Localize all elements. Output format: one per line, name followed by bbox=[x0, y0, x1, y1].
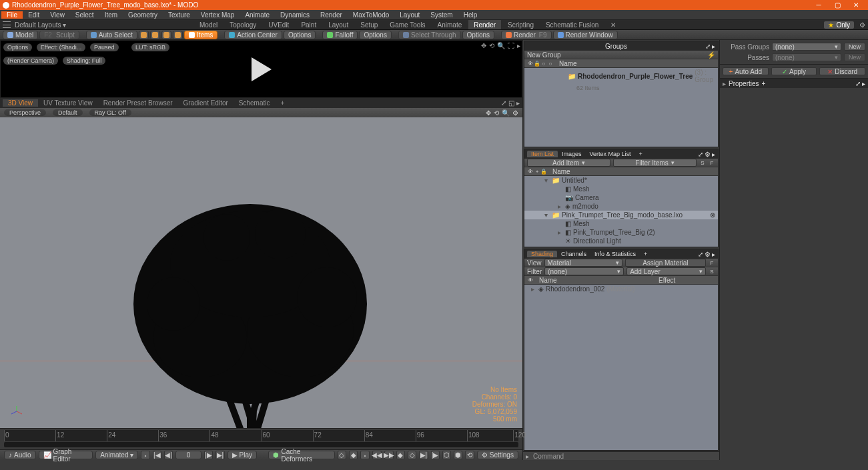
passes-new-button[interactable]: New bbox=[844, 53, 865, 61]
item-pink-trumpet-tree-big--2-[interactable]: ▸◧Pink_Trumpet_Tree_Big (2) bbox=[524, 228, 718, 237]
select-mode-4[interactable] bbox=[173, 31, 183, 39]
passes-dropdown[interactable]: (none) bbox=[772, 53, 841, 61]
close-view-icon[interactable]: ▸ bbox=[516, 99, 520, 107]
key-icon-3[interactable]: ⬩ bbox=[360, 451, 369, 459]
grapheditor-button[interactable]: 📈Graph Editor bbox=[39, 451, 93, 459]
preview-effect[interactable]: Effect: (Shadi... bbox=[37, 43, 85, 51]
panel-expand-icon[interactable]: ⤢ bbox=[705, 43, 711, 50]
eye-icon[interactable]: 👁 bbox=[527, 168, 534, 175]
select-mode-1[interactable] bbox=[139, 31, 149, 39]
item-pink-trumpet-tree-big-modo-base-lxo[interactable]: ▾📁Pink_Trumpet_Tree_Big_modo_base.lxo⊗ bbox=[524, 211, 718, 219]
passgroups-dropdown[interactable]: (none) bbox=[772, 43, 841, 51]
expand-icon[interactable]: ⛶ bbox=[508, 42, 514, 49]
key-icon-12[interactable]: ⟲ bbox=[465, 451, 474, 459]
tab-schematicfusion[interactable]: Schematic Fusion bbox=[540, 20, 604, 29]
menu-dynamics[interactable]: Dynamics bbox=[275, 11, 315, 19]
tab-layout[interactable]: Layout bbox=[323, 20, 354, 29]
item-directional-light[interactable]: ☀Directional Light bbox=[524, 237, 718, 245]
settings-button[interactable]: ⚙Settings bbox=[477, 451, 518, 459]
view-dropdown[interactable]: Material bbox=[544, 259, 622, 267]
vtab-uvtexture[interactable]: UV Texture View bbox=[38, 99, 98, 107]
expand-view-icon[interactable]: ⤢ bbox=[501, 99, 506, 107]
tab-gametools[interactable]: Game Tools bbox=[384, 20, 430, 29]
axis-gizmo[interactable] bbox=[10, 405, 23, 418]
menu-icon[interactable]: ▸ bbox=[517, 42, 520, 49]
items-button[interactable]: Items bbox=[184, 31, 218, 39]
filter-f-icon[interactable]: F bbox=[709, 259, 715, 266]
assignmaterial-button[interactable]: Assign Material bbox=[625, 259, 706, 267]
filter-icon[interactable]: F bbox=[709, 159, 715, 166]
menu-select[interactable]: Select bbox=[70, 11, 99, 19]
item-camera[interactable]: 📷Camera bbox=[524, 193, 718, 202]
key-icon-6[interactable]: ◆ bbox=[396, 451, 405, 459]
cachedeformers-button[interactable]: ⬢Cache Deformers bbox=[268, 451, 334, 459]
default-layouts-dropdown[interactable]: Default Layouts ▾ bbox=[15, 21, 66, 29]
key-icon-4[interactable]: ◀◀ bbox=[372, 451, 382, 459]
panel-gear-icon[interactable]: ⚙ bbox=[705, 151, 711, 158]
material-item[interactable]: ▸ ◈ Rhododendron_002 (Material) bbox=[524, 285, 718, 293]
ptab-add[interactable]: + bbox=[640, 251, 651, 257]
tab-add[interactable]: ✕ bbox=[605, 20, 621, 29]
ptab-info[interactable]: Info & Statistics bbox=[590, 251, 640, 257]
tab-animate[interactable]: Animate bbox=[432, 20, 468, 29]
key-icon-2[interactable]: ◆ bbox=[349, 451, 358, 459]
audio-button[interactable]: ♪Audio bbox=[4, 451, 36, 459]
key-icon-10[interactable]: ⬡ bbox=[442, 451, 451, 459]
command-label[interactable]: Command bbox=[533, 453, 564, 460]
panel-close-icon[interactable]: ▸ bbox=[862, 80, 865, 87]
key-icon-1[interactable]: ◇ bbox=[338, 451, 346, 459]
tree-model[interactable] bbox=[133, 184, 380, 428]
search-s-icon[interactable]: S bbox=[709, 268, 715, 275]
gear-icon[interactable]: ⚙ bbox=[859, 21, 865, 29]
autoselect-button[interactable]: Auto Select bbox=[86, 31, 137, 39]
vp-rotate-icon[interactable]: ⟲ bbox=[494, 109, 499, 117]
menu-file[interactable]: File bbox=[1, 11, 23, 19]
key-icon-9[interactable]: |▶ bbox=[431, 451, 440, 459]
add-item-icon[interactable]: + bbox=[534, 168, 540, 175]
selectthrough-button[interactable]: Select Through bbox=[398, 31, 461, 39]
move-icon[interactable]: ✥ bbox=[481, 42, 486, 49]
panel-expand-icon[interactable]: ⤢ bbox=[698, 251, 703, 258]
hamburger-icon[interactable] bbox=[3, 21, 11, 28]
props-add-icon[interactable]: + bbox=[762, 80, 766, 87]
item-m2modo[interactable]: ▸◈m2modo bbox=[524, 202, 718, 211]
preview-paused[interactable]: Paused bbox=[90, 43, 119, 51]
panel-close-icon[interactable]: ▸ bbox=[712, 251, 715, 258]
menu-animate[interactable]: Animate bbox=[240, 11, 275, 19]
lock-item-icon[interactable]: 🔒 bbox=[540, 168, 547, 175]
menu-help[interactable]: Help bbox=[458, 11, 483, 19]
key-icon-8[interactable]: ▶| bbox=[419, 451, 428, 459]
vtab-schematic[interactable]: Schematic bbox=[234, 99, 276, 107]
props-expand-icon[interactable]: ▸ bbox=[723, 80, 726, 87]
timeline-scrub[interactable] bbox=[4, 442, 518, 447]
menu-geometry[interactable]: Geometry bbox=[123, 11, 163, 19]
tab-uvedit[interactable]: UVEdit bbox=[263, 20, 294, 29]
tab-render[interactable]: Render bbox=[468, 20, 501, 29]
actioncenter-button[interactable]: Action Center bbox=[224, 31, 282, 39]
menu-render[interactable]: Render bbox=[315, 11, 348, 19]
vp-zoom-icon[interactable]: 🔍 bbox=[502, 109, 510, 117]
tab-model[interactable]: Model bbox=[194, 20, 223, 29]
viewport-default[interactable]: Default bbox=[53, 109, 83, 116]
maximize-button[interactable]: ▢ bbox=[828, 0, 847, 10]
preview-options[interactable]: Options bbox=[3, 43, 32, 51]
sculpt-button[interactable]: F2Sculpt bbox=[39, 31, 79, 39]
minimize-button[interactable]: ─ bbox=[809, 0, 828, 10]
panel-close-icon[interactable]: ▸ bbox=[712, 43, 715, 50]
zoom-icon[interactable]: 🔍 bbox=[497, 42, 505, 49]
close-button[interactable]: ✕ bbox=[847, 0, 865, 10]
select-mode-2[interactable] bbox=[150, 31, 160, 39]
addlayer-dropdown[interactable]: Add Layer bbox=[626, 267, 706, 275]
ptab-add[interactable]: + bbox=[635, 151, 646, 157]
menu-layout[interactable]: Layout bbox=[394, 11, 425, 19]
menu-vertexmap[interactable]: Vertex Map bbox=[195, 11, 240, 19]
timeline-ruler[interactable]: 0 12 24 36 48 60 72 84 96 108 120 bbox=[4, 430, 518, 441]
viewport-raygl[interactable]: Ray GL: Off bbox=[89, 109, 131, 116]
menu-view[interactable]: View bbox=[45, 11, 70, 19]
options-button-1[interactable]: Options bbox=[284, 31, 316, 39]
search-icon[interactable]: S bbox=[699, 159, 706, 166]
eye-icon[interactable]: 👁 bbox=[527, 60, 534, 67]
eye-icon[interactable]: 👁 bbox=[527, 277, 534, 283]
preview-camera[interactable]: (Render Camera) bbox=[3, 57, 58, 65]
tab-paint[interactable]: Paint bbox=[296, 20, 322, 29]
